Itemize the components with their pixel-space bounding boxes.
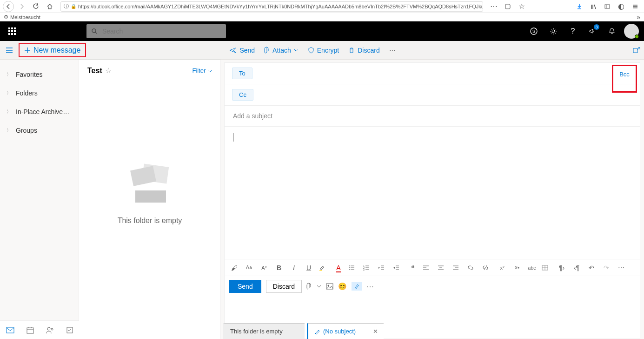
chevron-down-icon[interactable]	[317, 285, 321, 288]
unlink-icon[interactable]	[482, 264, 492, 271]
attach-icon	[306, 283, 312, 290]
sidebar-icon[interactable]	[601, 1, 613, 12]
skype-icon[interactable]: S	[524, 21, 544, 41]
svg-point-10	[349, 265, 350, 266]
bold-button[interactable]: B	[274, 264, 284, 271]
diagnostics-button[interactable]: 3	[583, 21, 602, 41]
encrypt-command[interactable]: Encrypt	[308, 47, 339, 54]
tasks-module-icon[interactable]	[66, 327, 73, 333]
shield-icon	[505, 3, 511, 10]
home-button[interactable]	[44, 1, 56, 12]
back-button[interactable]	[3, 1, 14, 12]
indent-icon[interactable]	[393, 265, 403, 271]
filter-button[interactable]: Filter	[192, 67, 212, 74]
menu-icon[interactable]	[629, 1, 641, 12]
calendar-module-icon[interactable]	[27, 326, 34, 334]
nav-toggle[interactable]	[0, 47, 19, 54]
strikethrough-icon[interactable]: abc	[527, 265, 537, 271]
attach-inline-button[interactable]	[306, 283, 312, 290]
reload-icon	[33, 3, 39, 10]
align-right-icon[interactable]	[452, 265, 463, 271]
svg-text:S: S	[532, 29, 535, 34]
compose-body[interactable]	[225, 127, 640, 259]
bullets-icon[interactable]	[348, 265, 359, 271]
numbering-icon[interactable]: 123	[363, 265, 373, 271]
sidebar-item-label: Folders	[16, 89, 38, 97]
account-button[interactable]	[622, 21, 641, 41]
chevron-right-icon: 〉	[7, 71, 11, 78]
rtl-icon[interactable]: ‹¶	[571, 264, 582, 271]
highlight-icon[interactable]	[319, 264, 329, 271]
sidebar-item-groups[interactable]: 〉 Groups	[0, 121, 79, 140]
bookmark-star-icon[interactable]: ☆	[516, 1, 528, 12]
svg-line-4	[95, 32, 97, 34]
app-launcher[interactable]	[3, 21, 21, 41]
new-message-button[interactable]: New message	[19, 43, 86, 57]
bcc-button[interactable]: Bcc	[619, 71, 630, 78]
library-icon[interactable]	[587, 1, 599, 12]
to-row[interactable]: To Bcc	[225, 63, 640, 84]
search-box[interactable]	[86, 24, 226, 38]
attach-command[interactable]: Attach	[264, 47, 299, 54]
formatting-toggle-icon[interactable]	[352, 282, 362, 291]
snackbar-draft[interactable]: (No subject) ✕	[307, 323, 384, 339]
align-left-icon[interactable]	[423, 265, 433, 271]
sidebar-item-label: Groups	[16, 127, 37, 134]
popout-button[interactable]	[633, 47, 640, 54]
search-icon	[91, 28, 98, 34]
send-button[interactable]: Send	[229, 280, 261, 293]
undo-icon[interactable]: ↶	[586, 264, 597, 271]
settings-button[interactable]	[544, 21, 563, 41]
gear-icon	[549, 27, 558, 35]
more-command[interactable]: ⋯	[389, 47, 396, 54]
insert-table-icon[interactable]	[542, 265, 552, 271]
toolbar-more-icon[interactable]: ⋯	[616, 264, 626, 271]
more-dots-icon[interactable]: ⋯	[488, 1, 500, 12]
help-button[interactable]: ?	[563, 21, 583, 41]
cc-row[interactable]: Cc	[225, 84, 640, 106]
extension-icon[interactable]: ◐	[615, 1, 627, 12]
quote-icon[interactable]: ❝	[408, 264, 418, 271]
align-center-icon[interactable]	[438, 265, 448, 271]
subscript-icon[interactable]: x₂	[512, 264, 522, 271]
mail-module-icon[interactable]	[6, 327, 14, 333]
favorite-star-icon[interactable]: ☆	[105, 66, 112, 75]
sidebar-item-archive[interactable]: 〉 In-Place Archive…	[0, 102, 79, 121]
notifications-button[interactable]	[602, 21, 622, 41]
redo-icon[interactable]: ↷	[601, 264, 611, 271]
emoji-icon[interactable]: 😊	[338, 282, 347, 291]
people-module-icon[interactable]	[46, 326, 54, 334]
subject-input[interactable]: Add a subject	[225, 106, 640, 127]
superscript-icon[interactable]: x²	[497, 265, 507, 271]
to-button[interactable]: To	[232, 68, 252, 79]
underline-button[interactable]: U	[304, 264, 314, 271]
sidebar-item-favorites[interactable]: 〉 Favorites	[0, 65, 79, 84]
sidebar-item-folders[interactable]: 〉 Folders	[0, 84, 79, 102]
ltr-icon[interactable]: ¶›	[557, 264, 567, 271]
svg-point-47	[47, 327, 50, 330]
close-icon[interactable]: ✕	[373, 328, 378, 335]
reload-button[interactable]	[30, 1, 42, 12]
overflow-chevron-icon[interactable]: »	[637, 14, 640, 21]
url-bar[interactable]: ⓘ 🔒 https://outlook.office.com/mail/AAMk…	[60, 1, 483, 12]
downloads-icon[interactable]	[573, 1, 585, 12]
discard-command[interactable]: Discard	[348, 47, 379, 54]
font-family-icon[interactable]: Aᴀ	[244, 264, 254, 271]
reader-icon[interactable]	[502, 1, 514, 12]
italic-button[interactable]: I	[289, 264, 299, 271]
insert-picture-icon[interactable]	[326, 283, 333, 290]
format-painter-icon[interactable]: 🖌	[229, 264, 239, 271]
bookmark-item[interactable]: Meistbesucht	[10, 14, 40, 20]
discard-button[interactable]: Discard	[266, 280, 302, 293]
send-command[interactable]: Send	[229, 47, 255, 54]
cc-button[interactable]: Cc	[232, 89, 253, 101]
url-text: https://outlook.office.com/mail/AAMkAGY1…	[78, 4, 483, 9]
search-input[interactable]	[102, 27, 221, 35]
action-more-icon[interactable]: ⋯	[366, 282, 374, 291]
link-icon[interactable]	[467, 264, 478, 271]
info-icon: ⓘ	[64, 3, 69, 10]
outdent-icon[interactable]	[378, 265, 388, 271]
font-color-icon[interactable]: A	[333, 264, 344, 271]
font-size-icon[interactable]: A°	[259, 265, 269, 271]
popout-icon	[633, 47, 640, 54]
